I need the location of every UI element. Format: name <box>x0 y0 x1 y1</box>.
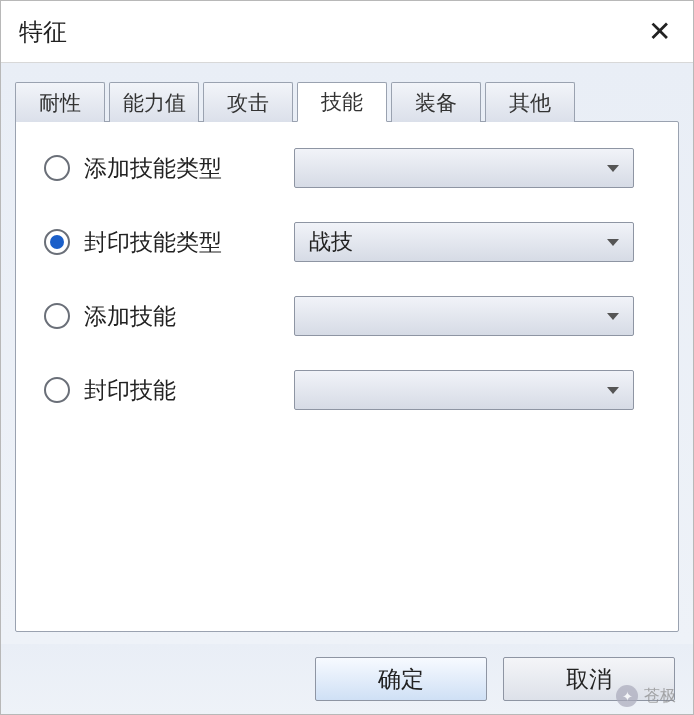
tab-label: 装备 <box>415 89 457 117</box>
radio-seal-skill[interactable] <box>44 377 70 403</box>
chevron-down-icon <box>607 313 619 320</box>
button-label: 确定 <box>378 664 424 695</box>
close-icon[interactable]: ✕ <box>642 14 677 50</box>
tab-resistance[interactable]: 耐性 <box>15 82 105 122</box>
radio-label: 添加技能类型 <box>84 153 294 184</box>
dropdown-add-skill-type[interactable] <box>294 148 634 188</box>
titlebar: 特征 ✕ <box>1 1 693 63</box>
ok-button[interactable]: 确定 <box>315 657 487 701</box>
tab-label: 能力值 <box>123 89 186 117</box>
radio-add-skill[interactable] <box>44 303 70 329</box>
chevron-down-icon <box>607 387 619 394</box>
chevron-down-icon <box>607 165 619 172</box>
option-row-seal-skill: 封印技能 <box>44 368 650 412</box>
dialog-title: 特征 <box>19 16 67 48</box>
dropdown-value: 战技 <box>309 227 353 257</box>
radio-seal-skill-type[interactable] <box>44 229 70 255</box>
option-row-add-skill-type: 添加技能类型 <box>44 146 650 190</box>
radio-add-skill-type[interactable] <box>44 155 70 181</box>
tab-skill[interactable]: 技能 <box>297 82 387 122</box>
tab-equip[interactable]: 装备 <box>391 82 481 122</box>
radio-label: 封印技能 <box>84 375 294 406</box>
button-label: 取消 <box>566 664 612 695</box>
tab-bar: 耐性 能力值 攻击 技能 装备 其他 <box>15 81 679 121</box>
radio-label: 封印技能类型 <box>84 227 294 258</box>
dropdown-seal-skill[interactable] <box>294 370 634 410</box>
dropdown-add-skill[interactable] <box>294 296 634 336</box>
content-area: 耐性 能力值 攻击 技能 装备 其他 添加技能类型 封印技能类型 战技 <box>1 63 693 644</box>
tab-label: 耐性 <box>39 89 81 117</box>
tab-label: 攻击 <box>227 89 269 117</box>
radio-label: 添加技能 <box>84 301 294 332</box>
tab-label: 技能 <box>321 88 363 116</box>
tab-panel-skill: 添加技能类型 封印技能类型 战技 添加技能 <box>15 121 679 632</box>
tab-attack[interactable]: 攻击 <box>203 82 293 122</box>
tab-label: 其他 <box>509 89 551 117</box>
dialog-window: 特征 ✕ 耐性 能力值 攻击 技能 装备 其他 添加技能类型 封印技能类型 <box>0 0 694 715</box>
cancel-button[interactable]: 取消 <box>503 657 675 701</box>
option-row-seal-skill-type: 封印技能类型 战技 <box>44 220 650 264</box>
option-row-add-skill: 添加技能 <box>44 294 650 338</box>
tab-stats[interactable]: 能力值 <box>109 82 199 122</box>
dropdown-seal-skill-type[interactable]: 战技 <box>294 222 634 262</box>
chevron-down-icon <box>607 239 619 246</box>
tab-other[interactable]: 其他 <box>485 82 575 122</box>
button-bar: 确定 取消 <box>1 644 693 714</box>
